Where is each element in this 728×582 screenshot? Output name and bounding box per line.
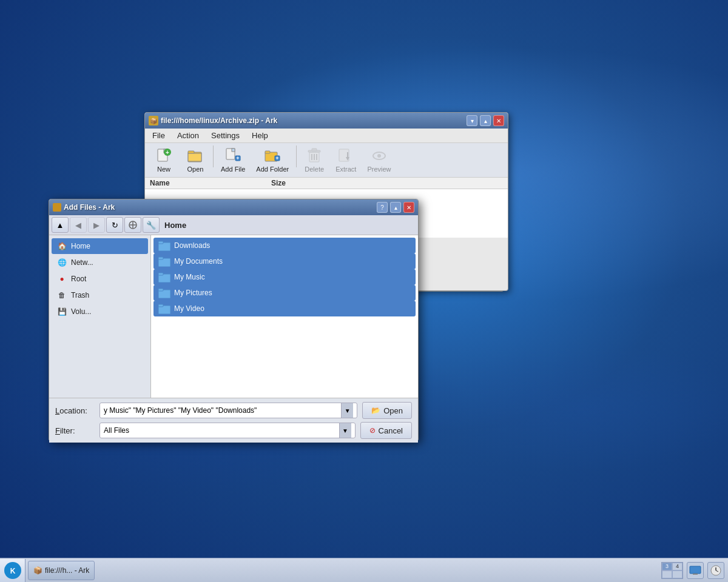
svg-rect-5 xyxy=(188,151,194,153)
delete-label: Delete xyxy=(305,166,324,173)
ark-toolbar-preview[interactable]: Preview xyxy=(362,146,396,175)
preview-icon xyxy=(371,147,388,164)
dialog-minimize-btn[interactable]: ▴ xyxy=(390,202,401,213)
places-sidebar: 🏠 Home 🌐 Netw... ● Root 🗑 Trash 💾 Volu..… xyxy=(49,235,151,398)
ark-menu-action[interactable]: Action xyxy=(175,130,201,141)
file-item-downloads[interactable]: Downloads xyxy=(153,238,416,253)
svg-text:+: + xyxy=(237,155,240,161)
taskbar-ark-item[interactable]: 📦 file:///h... - Ark xyxy=(28,561,95,580)
ark-toolbar-extract[interactable]: Extract xyxy=(331,146,361,175)
addfolder-label: Add Folder xyxy=(256,166,289,173)
add-files-dialog: Add Files - Ark ? ▴ ✕ ▲ ◀ ▶ ↻ 🔧 Home 🏠 H… xyxy=(49,199,419,441)
ark-toolbar-addfolder[interactable]: + Add Folder xyxy=(251,146,294,175)
svg-rect-42 xyxy=(158,273,163,275)
ark-menu-file[interactable]: File xyxy=(150,130,167,141)
current-location-label: Home xyxy=(164,221,186,230)
ark-toolbar-new[interactable]: + New xyxy=(149,146,179,175)
file-item-mymusic[interactable]: My Music xyxy=(153,269,416,285)
new-label: New xyxy=(157,166,170,173)
file-item-myvideo[interactable]: My Video xyxy=(153,301,416,316)
pager-cell-1[interactable]: 3 xyxy=(662,563,672,570)
open-button[interactable]: 📂 Open xyxy=(362,402,412,419)
myvideo-folder-icon xyxy=(158,303,170,315)
nav-up-btn[interactable]: ▲ xyxy=(52,217,69,233)
place-volumes[interactable]: 💾 Volu... xyxy=(52,304,148,319)
place-network-label: Netw... xyxy=(71,258,93,267)
new-icon: + xyxy=(155,147,172,164)
kde-start-button[interactable]: K xyxy=(0,559,25,582)
place-network[interactable]: 🌐 Netw... xyxy=(52,255,148,270)
extract-icon xyxy=(337,147,354,164)
place-root[interactable]: ● Root xyxy=(52,271,148,287)
ark-minimize-btn[interactable]: ▾ xyxy=(467,115,477,126)
taskbar-item-label: file:///h... - Ark xyxy=(45,566,89,575)
nav-bookmark-btn[interactable] xyxy=(124,217,141,233)
location-label: Location: xyxy=(55,406,95,415)
screen-icon[interactable] xyxy=(687,562,704,579)
filter-select[interactable]: All Files ▼ xyxy=(99,423,356,438)
svg-rect-8 xyxy=(232,149,235,152)
ark-title-icon: 📦 xyxy=(149,116,158,125)
svg-rect-12 xyxy=(265,151,270,153)
file-myvideo-label: My Video xyxy=(174,304,204,313)
filter-value: All Files xyxy=(104,426,339,435)
pager-cell-4[interactable] xyxy=(672,570,682,578)
file-mydocs-label: My Documents xyxy=(174,257,223,266)
dialog-body: 🏠 Home 🌐 Netw... ● Root 🗑 Trash 💾 Volu..… xyxy=(49,235,418,398)
svg-rect-49 xyxy=(690,566,701,574)
dialog-help-btn[interactable]: ? xyxy=(377,202,388,213)
ark-menu-settings[interactable]: Settings xyxy=(209,130,242,141)
file-item-mypictures[interactable]: My Pictures xyxy=(153,285,416,301)
ark-maximize-btn[interactable]: ▴ xyxy=(480,115,491,126)
preview-label: Preview xyxy=(367,166,391,173)
file-mypictures-label: My Pictures xyxy=(174,289,212,297)
taskbar-items: 📦 file:///h... - Ark xyxy=(25,561,661,580)
dialog-nav-toolbar: ▲ ◀ ▶ ↻ 🔧 Home xyxy=(49,215,418,235)
toolbar-sep2 xyxy=(296,146,297,167)
mypictures-folder-icon xyxy=(158,287,170,299)
downloads-folder-icon xyxy=(158,239,170,252)
taskbar-pager[interactable]: 3 4 xyxy=(661,562,683,579)
trash-icon: 🗑 xyxy=(56,290,67,301)
svg-text:+: + xyxy=(276,155,279,161)
location-dropdown-arrow[interactable]: ▼ xyxy=(341,403,353,418)
svg-text:K: K xyxy=(10,567,15,575)
ark-menu-help[interactable]: Help xyxy=(249,130,271,141)
filter-row: Filter: All Files ▼ ⊘ Cancel xyxy=(55,422,412,439)
filter-dropdown-arrow[interactable]: ▼ xyxy=(339,423,351,438)
extract-label: Extract xyxy=(335,166,356,173)
place-root-label: Root xyxy=(71,275,86,283)
open-btn-icon: 📂 xyxy=(371,406,380,415)
nav-back-btn[interactable]: ◀ xyxy=(70,217,87,233)
nav-tools-btn[interactable]: 🔧 xyxy=(143,217,160,233)
add-files-titlebar: Add Files - Ark ? ▴ ✕ xyxy=(49,199,418,215)
addfolder-icon: + xyxy=(264,147,281,164)
pager-cell-2[interactable]: 4 xyxy=(672,563,682,570)
nav-refresh-btn[interactable]: ↻ xyxy=(106,217,123,233)
place-trash-label: Trash xyxy=(71,291,89,299)
cancel-button[interactable]: ⊘ Cancel xyxy=(360,422,412,439)
dialog-title-icon xyxy=(53,203,61,212)
col-size: Size xyxy=(271,179,320,187)
svg-point-25 xyxy=(377,154,381,158)
kde-logo: K xyxy=(4,562,21,579)
location-input[interactable]: y Music" "My Pictures" "My Video" "Downl… xyxy=(99,403,357,418)
nav-forward-btn[interactable]: ▶ xyxy=(88,217,105,233)
svg-rect-40 xyxy=(158,257,163,259)
taskbar: K 📦 file:///h... - Ark 3 4 xyxy=(0,558,728,582)
pager-cell-3[interactable] xyxy=(662,570,672,578)
ark-toolbar-addfile[interactable]: + Add File xyxy=(216,146,250,175)
ark-toolbar-open[interactable]: Open xyxy=(180,146,211,175)
cancel-btn-label: Cancel xyxy=(379,426,403,435)
clock-icon[interactable] xyxy=(707,562,724,579)
place-trash[interactable]: 🗑 Trash xyxy=(52,287,148,303)
delete-icon xyxy=(306,147,323,164)
svg-rect-17 xyxy=(312,149,317,151)
place-home[interactable]: 🏠 Home xyxy=(52,238,148,254)
mydocs-folder-icon xyxy=(158,255,170,267)
svg-rect-46 xyxy=(158,304,163,307)
ark-toolbar-delete[interactable]: Delete xyxy=(299,146,329,175)
file-item-mydocs[interactable]: My Documents xyxy=(153,253,416,269)
dialog-close-btn[interactable]: ✕ xyxy=(403,202,414,213)
ark-close-btn[interactable]: ✕ xyxy=(493,115,504,126)
